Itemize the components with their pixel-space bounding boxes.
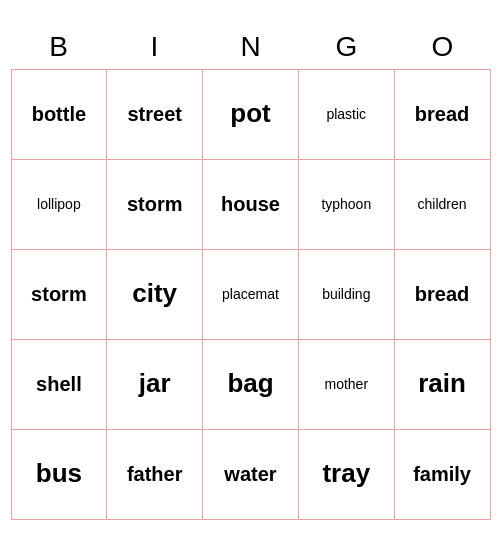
- cell-word: bag: [227, 368, 273, 399]
- cell-word: plastic: [326, 106, 366, 123]
- bingo-cell: bus: [12, 430, 108, 520]
- bingo-grid: bottlestreetpotplasticbreadlollipopstorm…: [11, 69, 491, 520]
- cell-word: storm: [127, 192, 183, 216]
- bingo-cell: bread: [395, 250, 491, 340]
- header-letter: G: [299, 25, 395, 69]
- cell-word: mother: [325, 376, 369, 393]
- bingo-cell: house: [203, 160, 299, 250]
- cell-word: bottle: [32, 102, 86, 126]
- cell-word: house: [221, 192, 280, 216]
- bingo-cell: water: [203, 430, 299, 520]
- bingo-cell: tray: [299, 430, 395, 520]
- cell-word: bread: [415, 282, 469, 306]
- bingo-cell: bread: [395, 70, 491, 160]
- bingo-cell: father: [107, 430, 203, 520]
- cell-word: storm: [31, 282, 87, 306]
- cell-word: pot: [230, 98, 270, 129]
- bingo-cell: storm: [107, 160, 203, 250]
- cell-word: building: [322, 286, 370, 303]
- cell-word: father: [127, 462, 183, 486]
- bingo-cell: typhoon: [299, 160, 395, 250]
- cell-word: bus: [36, 458, 82, 489]
- header-letter: B: [11, 25, 107, 69]
- bingo-cell: shell: [12, 340, 108, 430]
- bingo-cell: plastic: [299, 70, 395, 160]
- cell-word: bread: [415, 102, 469, 126]
- bingo-cell: family: [395, 430, 491, 520]
- cell-word: lollipop: [37, 196, 81, 213]
- cell-word: street: [127, 102, 181, 126]
- cell-word: placemat: [222, 286, 279, 303]
- cell-word: water: [224, 462, 276, 486]
- cell-word: typhoon: [321, 196, 371, 213]
- bingo-cell: pot: [203, 70, 299, 160]
- header-letter: O: [395, 25, 491, 69]
- bingo-cell: bag: [203, 340, 299, 430]
- cell-word: rain: [418, 368, 466, 399]
- cell-word: tray: [322, 458, 370, 489]
- bingo-cell: rain: [395, 340, 491, 430]
- bingo-cell: bottle: [12, 70, 108, 160]
- bingo-cell: placemat: [203, 250, 299, 340]
- cell-word: shell: [36, 372, 82, 396]
- header-letter: I: [107, 25, 203, 69]
- cell-word: city: [132, 278, 177, 309]
- cell-word: jar: [139, 368, 171, 399]
- bingo-cell: street: [107, 70, 203, 160]
- bingo-cell: storm: [12, 250, 108, 340]
- bingo-cell: city: [107, 250, 203, 340]
- bingo-cell: building: [299, 250, 395, 340]
- bingo-cell: mother: [299, 340, 395, 430]
- cell-word: children: [418, 196, 467, 213]
- bingo-cell: jar: [107, 340, 203, 430]
- header-letter: N: [203, 25, 299, 69]
- bingo-card: BINGO bottlestreetpotplasticbreadlollipo…: [11, 25, 491, 520]
- bingo-cell: lollipop: [12, 160, 108, 250]
- bingo-cell: children: [395, 160, 491, 250]
- bingo-header: BINGO: [11, 25, 491, 69]
- cell-word: family: [413, 462, 471, 486]
